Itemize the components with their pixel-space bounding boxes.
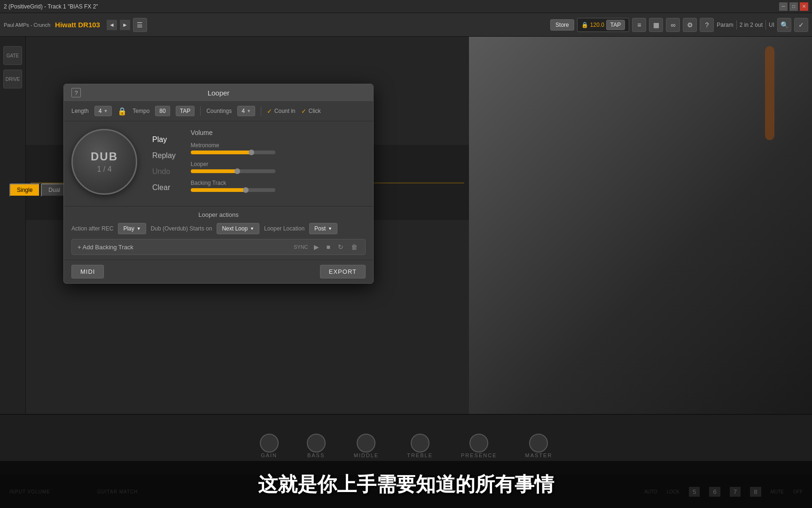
dialog-help-button[interactable]: ? xyxy=(71,88,81,97)
bars-button[interactable]: ▦ xyxy=(649,18,663,32)
gate-icon-box[interactable]: GATE xyxy=(3,46,22,65)
tempo-value-box[interactable]: 80 xyxy=(155,106,170,116)
play-dropdown-arrow-icon: ▼ xyxy=(137,226,141,231)
metronome-slider-thumb[interactable] xyxy=(249,150,254,155)
webcam-area xyxy=(469,37,812,414)
count-in-checkbox[interactable]: ✓ Count in xyxy=(267,108,296,115)
length-dropdown[interactable]: 4 ▼ xyxy=(94,106,112,116)
backing-track-row: + Add Backing Track SYNC ▶ ■ ↻ 🗑 xyxy=(71,239,366,255)
maximize-button[interactable]: □ xyxy=(789,2,798,11)
lock-icon: 🔒 xyxy=(581,22,588,28)
knob-gain: GAIN xyxy=(260,434,279,458)
action-buttons: Play Replay Undo Clear xyxy=(145,129,183,198)
menu-button[interactable]: ☰ xyxy=(133,18,147,32)
dub-circle[interactable]: DUB 1 / 4 xyxy=(71,129,137,195)
backing-track-slider-fill xyxy=(191,188,246,192)
next-preset-button[interactable]: ► xyxy=(120,20,130,30)
dialog-tap-button[interactable]: TAP xyxy=(176,106,195,116)
knob-master: MASTER xyxy=(525,434,553,458)
looper-actions-section: Looper actions Action after REC Play ▼ D… xyxy=(64,206,373,260)
play-track-button[interactable]: ▶ xyxy=(312,242,321,252)
dub-counter: 1 / 4 xyxy=(97,165,111,174)
drive-label: DRIVE xyxy=(6,77,20,82)
play-dropdown-button[interactable]: Play ▼ xyxy=(118,223,146,234)
post-dropdown-button[interactable]: Post ▼ xyxy=(309,223,337,234)
next-loop-arrow-icon: ▼ xyxy=(250,226,254,231)
looper-dialog: ? Looper Length 4 ▼ 🔒 Tempo 80 TAP Count… xyxy=(63,84,374,284)
amp-name: Hiwatt DR103 xyxy=(55,21,100,29)
backing-track-volume-row: Backing Track xyxy=(191,180,366,192)
volume-area: Volume Metronome Looper Backing Track xyxy=(191,129,366,198)
tempo-display: 🔒 120.0 TAP xyxy=(577,18,629,32)
loop-button[interactable]: ∞ xyxy=(666,18,680,32)
dub-starts-label: Dub (Overdub) Starts on xyxy=(151,225,212,232)
replay-button[interactable]: Replay xyxy=(145,150,183,162)
single-tab[interactable]: Single xyxy=(9,183,40,197)
tempo-val: 80 xyxy=(159,108,165,114)
backing-track-vol-label: Backing Track xyxy=(191,180,366,186)
add-backing-track-button[interactable]: + Add Backing Track xyxy=(78,244,290,251)
param-label: Param xyxy=(717,22,733,28)
subtitle-bar: 这就是你上手需要知道的所有事情 xyxy=(0,461,812,508)
metronome-slider[interactable] xyxy=(191,151,275,154)
dialog-title: Looper xyxy=(208,89,230,97)
prev-preset-button[interactable]: ◄ xyxy=(107,20,117,30)
search-button[interactable]: 🔍 xyxy=(777,18,791,32)
help-button[interactable]: ? xyxy=(700,18,714,32)
dub-area: DUB 1 / 4 xyxy=(71,129,137,198)
knob-middle: MIDDLE xyxy=(354,434,379,458)
looper-slider-thumb[interactable] xyxy=(234,168,240,174)
looper-slider-fill xyxy=(191,169,237,173)
dub-mode-text: DUB xyxy=(91,150,118,163)
settings-button[interactable]: ⚙ xyxy=(683,18,697,32)
clear-button[interactable]: Clear xyxy=(145,182,183,194)
looper-vol-label: Looper xyxy=(191,161,366,167)
ui-label: UI xyxy=(769,22,774,28)
left-sidebar: GATE DRIVE xyxy=(0,37,26,414)
export-button[interactable]: EXPORT xyxy=(320,265,366,278)
action-after-rec-row: Action after REC Play ▼ Dub (Overdub) St… xyxy=(71,223,366,234)
click-checkbox[interactable]: ✓ Click xyxy=(301,108,321,115)
play-button[interactable]: Play xyxy=(145,134,183,146)
store-button[interactable]: Store xyxy=(550,19,574,31)
divider-1 xyxy=(200,106,201,116)
guitar-decoration xyxy=(765,46,774,140)
loop-track-button[interactable]: ↻ xyxy=(336,242,345,252)
length-arrow-icon: ▼ xyxy=(103,109,108,113)
knob-bass: BASS xyxy=(307,434,326,458)
countings-dropdown[interactable]: 4 ▼ xyxy=(237,106,255,116)
countings-value: 4 xyxy=(242,108,245,114)
post-label: Post xyxy=(314,225,326,232)
main-toolbar: Paul AMPs - Crunch Hiwatt DR103 ◄ ► ☰ St… xyxy=(0,13,812,37)
subtitle-text: 这就是你上手需要知道的所有事情 xyxy=(258,471,554,498)
list-view-button[interactable]: ≡ xyxy=(632,18,646,32)
knob-treble: TREBLE xyxy=(407,434,433,458)
tempo-value: 120.0 xyxy=(590,22,604,28)
drive-icon-box[interactable]: DRIVE xyxy=(3,70,22,88)
sync-label: SYNC xyxy=(294,244,308,250)
count-in-label: Count in xyxy=(274,108,296,114)
midi-button[interactable]: MIDI xyxy=(71,265,104,278)
knob-row: GAIN BASS MIDDLE TREBLE PRESENCE MASTER xyxy=(0,415,812,458)
post-arrow-icon: ▼ xyxy=(328,226,332,231)
stop-track-button[interactable]: ■ xyxy=(325,242,332,252)
close-button[interactable]: ✕ xyxy=(800,2,808,11)
check-button[interactable]: ✓ xyxy=(794,18,808,32)
undo-button[interactable]: Undo xyxy=(145,166,183,178)
backing-track-slider[interactable] xyxy=(191,188,275,192)
window-title: 2 (PositiveGrid) - Track 1 "BIAS FX 2" xyxy=(4,3,98,10)
click-label: Click xyxy=(309,108,321,114)
knob-presence: PRESENCE xyxy=(461,434,497,458)
length-label: Length xyxy=(71,108,89,114)
amp-label: Paul AMPs - Crunch xyxy=(4,22,50,28)
delete-track-button[interactable]: 🗑 xyxy=(349,242,359,252)
tap-button[interactable]: TAP xyxy=(606,20,625,30)
divider-2 xyxy=(261,106,261,116)
next-loop-dropdown-button[interactable]: Next Loop ▼ xyxy=(217,223,259,234)
looper-volume-row: Looper xyxy=(191,161,366,173)
looper-slider[interactable] xyxy=(191,169,275,173)
dialog-header: ? Looper xyxy=(64,84,373,101)
dialog-body: DUB 1 / 4 Play Replay Undo Clear Volume … xyxy=(64,121,373,206)
minimize-button[interactable]: ─ xyxy=(779,2,788,11)
backing-track-slider-thumb[interactable] xyxy=(243,187,249,193)
